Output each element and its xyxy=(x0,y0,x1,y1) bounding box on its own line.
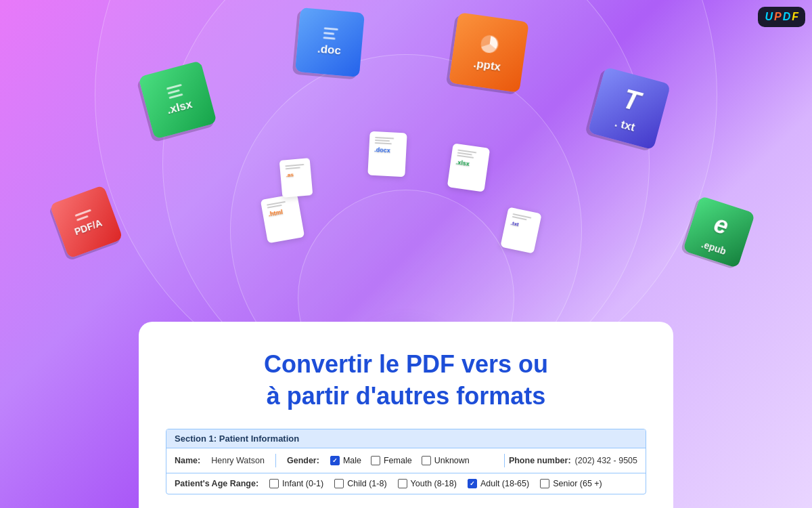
logo-f: F xyxy=(792,11,798,23)
name-label: Name: xyxy=(175,456,200,465)
txt-t-letter: T xyxy=(620,83,644,117)
txt-label: . txt xyxy=(613,116,636,134)
doc-label: .doc xyxy=(317,42,342,58)
form-row-2: Patient's Age Range: Infant (0-1) Child … xyxy=(166,473,646,494)
white-card: Convertir le PDF vers ou à partir d'autr… xyxy=(139,322,673,508)
logo-u: U xyxy=(765,11,773,23)
senior-checkbox[interactable] xyxy=(540,479,549,488)
divider-2 xyxy=(504,454,505,467)
phone-section: Phone number: (202) 432 - 9505 xyxy=(504,454,637,467)
age-child-group: Child (1-8) xyxy=(334,479,386,488)
pptx-label: .pptx xyxy=(472,57,501,74)
male-checkbox[interactable] xyxy=(330,456,340,465)
docx-small-label: .docx xyxy=(374,146,390,154)
age-checkboxes: Infant (0-1) Child (1-8) Youth (8-18) Ad… xyxy=(269,479,602,488)
age-youth-group: Youth (8-18) xyxy=(398,479,457,488)
as-small-label: .as xyxy=(286,171,294,178)
pptx-chart-icon xyxy=(475,31,505,56)
file-icon-pptx-large: .pptx xyxy=(449,12,529,93)
divider-1 xyxy=(275,454,276,467)
xlsx-small-label: .xlsx xyxy=(455,158,470,167)
card-title: Convertir le PDF vers ou à partir d'autr… xyxy=(166,349,646,412)
phone-value: (202) 432 - 9505 xyxy=(575,456,637,465)
age-infant-group: Infant (0-1) xyxy=(269,479,323,488)
xlsx-label: .xlsx xyxy=(166,98,194,117)
epub-e-letter: e xyxy=(710,209,732,240)
unknown-label: Unknown xyxy=(434,456,470,465)
female-checkbox[interactable] xyxy=(371,456,380,465)
age-range-label: Patient's Age Range: xyxy=(175,479,258,488)
section-header: Section 1: Patient Information xyxy=(166,429,646,448)
youth-checkbox[interactable] xyxy=(398,479,407,488)
title-line2: à partir d'autres formats xyxy=(267,382,546,410)
title-line1: Convertir le PDF vers ou xyxy=(264,350,548,378)
html-small-label: .html xyxy=(268,209,284,218)
child-label: Child (1-8) xyxy=(347,479,386,488)
logo-d: D xyxy=(783,11,791,23)
female-label: Female xyxy=(384,456,412,465)
logo-p: P xyxy=(774,11,782,23)
child-checkbox[interactable] xyxy=(334,479,344,488)
txt-small-label: .txt xyxy=(510,220,520,228)
updf-logo: U P D F xyxy=(758,7,805,27)
gender-checkboxes: Male Female Unknown xyxy=(330,456,470,465)
unknown-checkbox[interactable] xyxy=(422,456,431,465)
gender-male-group: Male xyxy=(330,456,361,465)
age-senior-group: Senior (65 +) xyxy=(540,479,602,488)
male-label: Male xyxy=(343,456,361,465)
gender-label: Gender: xyxy=(287,456,319,465)
adult-checkbox[interactable] xyxy=(468,479,477,488)
youth-label: Youth (8-18) xyxy=(411,479,457,488)
senior-label: Senior (65 +) xyxy=(553,479,602,488)
infant-label: Infant (0-1) xyxy=(282,479,323,488)
file-icon-as-small: .as xyxy=(279,158,313,198)
age-adult-group: Adult (18-65) xyxy=(468,479,529,488)
form-row-1: Name: Henry Watson Gender: Male Female U… xyxy=(166,448,646,473)
file-icon-docx-small: .docx xyxy=(367,131,407,177)
phone-label: Phone number: xyxy=(509,456,571,465)
file-icon-xlsx-small: .xlsx xyxy=(447,143,491,192)
epub-label: .epub xyxy=(700,238,727,257)
infant-checkbox[interactable] xyxy=(269,479,279,488)
file-icon-html-small: .html xyxy=(261,194,304,244)
form-section: Section 1: Patient Information Name: Hen… xyxy=(166,429,646,494)
name-value: Henry Watson xyxy=(211,456,265,465)
adult-label: Adult (18-65) xyxy=(480,479,529,488)
gender-female-group: Female xyxy=(371,456,412,465)
gender-unknown-group: Unknown xyxy=(422,456,470,465)
file-icon-doc-large: .doc xyxy=(295,7,365,77)
